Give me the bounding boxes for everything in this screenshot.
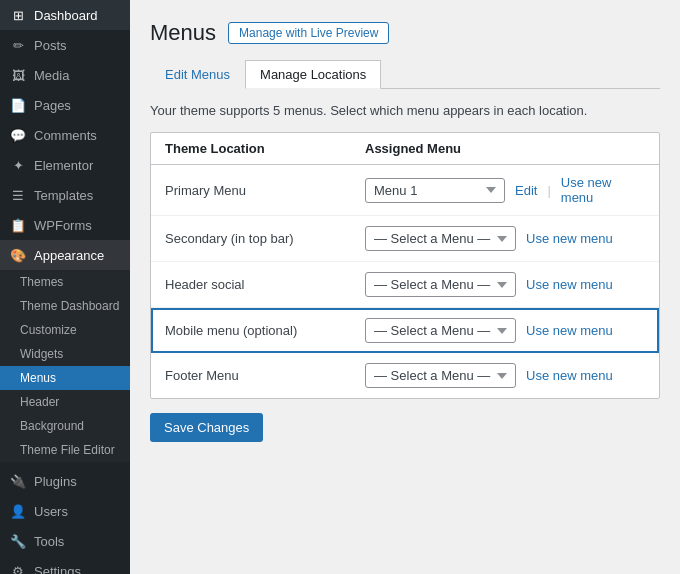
dashboard-icon: ⊞ — [10, 7, 26, 23]
tab-manage-locations[interactable]: Manage Locations — [245, 60, 381, 89]
row-controls-mobile: — Select a Menu — Use new menu — [365, 318, 645, 343]
menus-label: Menus — [20, 371, 56, 385]
sidebar-item-label: Posts — [34, 38, 67, 53]
background-label: Background — [20, 419, 84, 433]
table-row-mobile-highlighted: Mobile menu (optional) — Select a Menu —… — [151, 308, 659, 353]
users-label: Users — [34, 504, 68, 519]
row-controls-footer: — Select a Menu — Use new menu — [365, 363, 645, 388]
sidebar-item-label: Dashboard — [34, 8, 98, 23]
theme-file-editor-label: Theme File Editor — [20, 443, 115, 457]
sidebar-item-pages[interactable]: 📄 Pages — [0, 90, 130, 120]
sidebar-item-label: Comments — [34, 128, 97, 143]
table-row: Primary Menu Menu 1 Edit | Use new menu — [151, 165, 659, 216]
sidebar-item-header[interactable]: Header — [0, 390, 130, 414]
users-icon: 👤 — [10, 503, 26, 519]
appearance-submenu: Themes Theme Dashboard Customize Widgets… — [0, 270, 130, 462]
menu-select-mobile[interactable]: — Select a Menu — — [365, 318, 516, 343]
table-row: Secondary (in top bar) — Select a Menu —… — [151, 216, 659, 262]
header-label: Header — [20, 395, 59, 409]
tabs: Edit Menus Manage Locations — [150, 60, 660, 89]
templates-icon: ☰ — [10, 187, 26, 203]
sidebar-item-label: WPForms — [34, 218, 92, 233]
sidebar-item-widgets[interactable]: Widgets — [0, 342, 130, 366]
menu-select-header-social[interactable]: — Select a Menu — — [365, 272, 516, 297]
table-header: Theme Location Assigned Menu — [151, 133, 659, 165]
sidebar-item-posts[interactable]: ✏ Posts — [0, 30, 130, 60]
sidebar-item-appearance[interactable]: 🎨 Appearance — [0, 240, 130, 270]
manage-live-preview-button[interactable]: Manage with Live Preview — [228, 22, 389, 44]
sidebar: ⊞ Dashboard ✏ Posts 🖼 Media 📄 Pages 💬 Co… — [0, 0, 130, 574]
sidebar-item-dashboard[interactable]: ⊞ Dashboard — [0, 0, 130, 30]
table-row: Header social — Select a Menu — Use new … — [151, 262, 659, 308]
sidebar-item-elementor[interactable]: ✦ Elementor — [0, 150, 130, 180]
sidebar-item-label: Media — [34, 68, 69, 83]
sidebar-item-theme-file-editor[interactable]: Theme File Editor — [0, 438, 130, 462]
sidebar-item-label: Elementor — [34, 158, 93, 173]
sidebar-item-label: Pages — [34, 98, 71, 113]
row-controls-primary: Menu 1 Edit | Use new menu — [365, 175, 645, 205]
row-label-secondary: Secondary (in top bar) — [165, 231, 365, 246]
pages-icon: 📄 — [10, 97, 26, 113]
row-label-primary: Primary Menu — [165, 183, 365, 198]
row-controls-header-social: — Select a Menu — Use new menu — [365, 272, 645, 297]
plugins-icon: 🔌 — [10, 473, 26, 489]
sidebar-item-themes[interactable]: Themes — [0, 270, 130, 294]
appearance-icon: 🎨 — [10, 247, 26, 263]
row-controls-secondary: — Select a Menu — Use new menu — [365, 226, 645, 251]
tools-label: Tools — [34, 534, 64, 549]
elementor-icon: ✦ — [10, 157, 26, 173]
sidebar-item-label: Appearance — [34, 248, 104, 263]
use-new-link-header-social[interactable]: Use new menu — [526, 277, 613, 292]
use-new-link-secondary[interactable]: Use new menu — [526, 231, 613, 246]
use-new-link-footer[interactable]: Use new menu — [526, 368, 613, 383]
sidebar-item-users[interactable]: 👤 Users — [0, 496, 130, 526]
customize-label: Customize — [20, 323, 77, 337]
menu-select-footer[interactable]: — Select a Menu — — [365, 363, 516, 388]
description-text: Your theme supports 5 menus. Select whic… — [150, 103, 660, 118]
media-icon: 🖼 — [10, 67, 26, 83]
row-label-footer: Footer Menu — [165, 368, 365, 383]
wpforms-icon: 📋 — [10, 217, 26, 233]
tools-icon: 🔧 — [10, 533, 26, 549]
sidebar-item-tools[interactable]: 🔧 Tools — [0, 526, 130, 556]
sidebar-item-customize[interactable]: Customize — [0, 318, 130, 342]
sidebar-item-background[interactable]: Background — [0, 414, 130, 438]
sidebar-item-plugins[interactable]: 🔌 Plugins — [0, 466, 130, 496]
use-new-link-primary[interactable]: Use new menu — [561, 175, 645, 205]
settings-icon: ⚙ — [10, 563, 26, 574]
plugins-label: Plugins — [34, 474, 77, 489]
comments-icon: 💬 — [10, 127, 26, 143]
sidebar-item-label: Templates — [34, 188, 93, 203]
save-changes-button[interactable]: Save Changes — [150, 413, 263, 442]
widgets-label: Widgets — [20, 347, 63, 361]
col-menu-header: Assigned Menu — [365, 141, 645, 156]
sidebar-item-wpforms[interactable]: 📋 WPForms — [0, 210, 130, 240]
tab-edit-menus[interactable]: Edit Menus — [150, 60, 245, 89]
table-row: Footer Menu — Select a Menu — Use new me… — [151, 353, 659, 398]
separator: | — [547, 183, 550, 198]
use-new-link-mobile[interactable]: Use new menu — [526, 323, 613, 338]
menu-select-secondary[interactable]: — Select a Menu — — [365, 226, 516, 251]
page-title: Menus — [150, 20, 216, 46]
settings-label: Settings — [34, 564, 81, 575]
sidebar-item-settings[interactable]: ⚙ Settings — [0, 556, 130, 574]
theme-dashboard-label: Theme Dashboard — [20, 299, 119, 313]
sidebar-item-theme-dashboard[interactable]: Theme Dashboard — [0, 294, 130, 318]
posts-icon: ✏ — [10, 37, 26, 53]
sidebar-item-media[interactable]: 🖼 Media — [0, 60, 130, 90]
main-content: Menus Manage with Live Preview Edit Menu… — [130, 0, 680, 574]
col-location-header: Theme Location — [165, 141, 365, 156]
page-title-row: Menus Manage with Live Preview — [150, 20, 660, 46]
row-label-header-social: Header social — [165, 277, 365, 292]
sidebar-item-templates[interactable]: ☰ Templates — [0, 180, 130, 210]
edit-link-primary[interactable]: Edit — [515, 183, 537, 198]
menu-select-primary[interactable]: Menu 1 — [365, 178, 505, 203]
themes-label: Themes — [20, 275, 63, 289]
menu-table: Theme Location Assigned Menu Primary Men… — [150, 132, 660, 399]
sidebar-item-menus[interactable]: Menus — [0, 366, 130, 390]
row-label-mobile: Mobile menu (optional) — [165, 323, 365, 338]
sidebar-item-comments[interactable]: 💬 Comments — [0, 120, 130, 150]
